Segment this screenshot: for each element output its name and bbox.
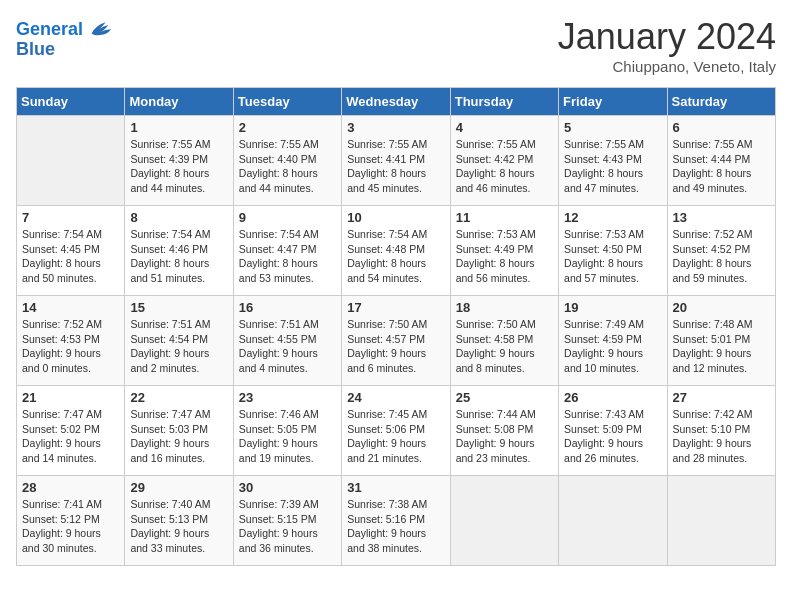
day-number: 19 bbox=[564, 300, 661, 315]
day-number: 28 bbox=[22, 480, 119, 495]
calendar-cell: 2Sunrise: 7:55 AMSunset: 4:40 PMDaylight… bbox=[233, 116, 341, 206]
day-number: 4 bbox=[456, 120, 553, 135]
day-info: Sunrise: 7:50 AMSunset: 4:57 PMDaylight:… bbox=[347, 317, 444, 376]
calendar-header-row: SundayMondayTuesdayWednesdayThursdayFrid… bbox=[17, 88, 776, 116]
day-info: Sunrise: 7:49 AMSunset: 4:59 PMDaylight:… bbox=[564, 317, 661, 376]
calendar-cell: 16Sunrise: 7:51 AMSunset: 4:55 PMDayligh… bbox=[233, 296, 341, 386]
day-number: 11 bbox=[456, 210, 553, 225]
calendar-cell: 12Sunrise: 7:53 AMSunset: 4:50 PMDayligh… bbox=[559, 206, 667, 296]
day-info: Sunrise: 7:55 AMSunset: 4:40 PMDaylight:… bbox=[239, 137, 336, 196]
day-number: 29 bbox=[130, 480, 227, 495]
calendar-cell bbox=[450, 476, 558, 566]
calendar-cell: 18Sunrise: 7:50 AMSunset: 4:58 PMDayligh… bbox=[450, 296, 558, 386]
day-number: 6 bbox=[673, 120, 770, 135]
day-info: Sunrise: 7:48 AMSunset: 5:01 PMDaylight:… bbox=[673, 317, 770, 376]
calendar-cell: 6Sunrise: 7:55 AMSunset: 4:44 PMDaylight… bbox=[667, 116, 775, 206]
column-header-sunday: Sunday bbox=[17, 88, 125, 116]
day-info: Sunrise: 7:39 AMSunset: 5:15 PMDaylight:… bbox=[239, 497, 336, 556]
calendar-cell bbox=[667, 476, 775, 566]
title-block: January 2024 Chiuppano, Veneto, Italy bbox=[558, 16, 776, 75]
calendar-cell: 14Sunrise: 7:52 AMSunset: 4:53 PMDayligh… bbox=[17, 296, 125, 386]
day-info: Sunrise: 7:38 AMSunset: 5:16 PMDaylight:… bbox=[347, 497, 444, 556]
month-title: January 2024 bbox=[558, 16, 776, 58]
day-info: Sunrise: 7:40 AMSunset: 5:13 PMDaylight:… bbox=[130, 497, 227, 556]
calendar-cell: 24Sunrise: 7:45 AMSunset: 5:06 PMDayligh… bbox=[342, 386, 450, 476]
calendar-week-row: 14Sunrise: 7:52 AMSunset: 4:53 PMDayligh… bbox=[17, 296, 776, 386]
calendar-cell: 17Sunrise: 7:50 AMSunset: 4:57 PMDayligh… bbox=[342, 296, 450, 386]
day-info: Sunrise: 7:50 AMSunset: 4:58 PMDaylight:… bbox=[456, 317, 553, 376]
day-info: Sunrise: 7:52 AMSunset: 4:52 PMDaylight:… bbox=[673, 227, 770, 286]
calendar-cell: 7Sunrise: 7:54 AMSunset: 4:45 PMDaylight… bbox=[17, 206, 125, 296]
calendar-cell: 15Sunrise: 7:51 AMSunset: 4:54 PMDayligh… bbox=[125, 296, 233, 386]
day-info: Sunrise: 7:54 AMSunset: 4:45 PMDaylight:… bbox=[22, 227, 119, 286]
calendar-cell: 1Sunrise: 7:55 AMSunset: 4:39 PMDaylight… bbox=[125, 116, 233, 206]
day-number: 21 bbox=[22, 390, 119, 405]
day-info: Sunrise: 7:54 AMSunset: 4:48 PMDaylight:… bbox=[347, 227, 444, 286]
day-info: Sunrise: 7:51 AMSunset: 4:54 PMDaylight:… bbox=[130, 317, 227, 376]
day-info: Sunrise: 7:51 AMSunset: 4:55 PMDaylight:… bbox=[239, 317, 336, 376]
logo-bird-icon bbox=[86, 16, 114, 44]
day-info: Sunrise: 7:55 AMSunset: 4:41 PMDaylight:… bbox=[347, 137, 444, 196]
calendar-cell: 13Sunrise: 7:52 AMSunset: 4:52 PMDayligh… bbox=[667, 206, 775, 296]
day-number: 26 bbox=[564, 390, 661, 405]
calendar-cell bbox=[559, 476, 667, 566]
day-info: Sunrise: 7:53 AMSunset: 4:49 PMDaylight:… bbox=[456, 227, 553, 286]
calendar-cell: 20Sunrise: 7:48 AMSunset: 5:01 PMDayligh… bbox=[667, 296, 775, 386]
logo-text: General bbox=[16, 20, 83, 40]
calendar-week-row: 1Sunrise: 7:55 AMSunset: 4:39 PMDaylight… bbox=[17, 116, 776, 206]
day-number: 24 bbox=[347, 390, 444, 405]
day-info: Sunrise: 7:44 AMSunset: 5:08 PMDaylight:… bbox=[456, 407, 553, 466]
day-number: 16 bbox=[239, 300, 336, 315]
day-number: 18 bbox=[456, 300, 553, 315]
calendar-week-row: 21Sunrise: 7:47 AMSunset: 5:02 PMDayligh… bbox=[17, 386, 776, 476]
day-info: Sunrise: 7:43 AMSunset: 5:09 PMDaylight:… bbox=[564, 407, 661, 466]
calendar-cell: 5Sunrise: 7:55 AMSunset: 4:43 PMDaylight… bbox=[559, 116, 667, 206]
day-info: Sunrise: 7:55 AMSunset: 4:43 PMDaylight:… bbox=[564, 137, 661, 196]
calendar-cell: 10Sunrise: 7:54 AMSunset: 4:48 PMDayligh… bbox=[342, 206, 450, 296]
calendar-cell: 31Sunrise: 7:38 AMSunset: 5:16 PMDayligh… bbox=[342, 476, 450, 566]
day-info: Sunrise: 7:54 AMSunset: 4:46 PMDaylight:… bbox=[130, 227, 227, 286]
day-info: Sunrise: 7:55 AMSunset: 4:44 PMDaylight:… bbox=[673, 137, 770, 196]
day-number: 25 bbox=[456, 390, 553, 405]
column-header-monday: Monday bbox=[125, 88, 233, 116]
day-info: Sunrise: 7:46 AMSunset: 5:05 PMDaylight:… bbox=[239, 407, 336, 466]
day-number: 3 bbox=[347, 120, 444, 135]
calendar-week-row: 7Sunrise: 7:54 AMSunset: 4:45 PMDaylight… bbox=[17, 206, 776, 296]
calendar-cell bbox=[17, 116, 125, 206]
column-header-wednesday: Wednesday bbox=[342, 88, 450, 116]
calendar-cell: 29Sunrise: 7:40 AMSunset: 5:13 PMDayligh… bbox=[125, 476, 233, 566]
day-number: 23 bbox=[239, 390, 336, 405]
calendar-cell: 3Sunrise: 7:55 AMSunset: 4:41 PMDaylight… bbox=[342, 116, 450, 206]
day-number: 14 bbox=[22, 300, 119, 315]
calendar-cell: 11Sunrise: 7:53 AMSunset: 4:49 PMDayligh… bbox=[450, 206, 558, 296]
day-number: 5 bbox=[564, 120, 661, 135]
day-number: 27 bbox=[673, 390, 770, 405]
day-number: 31 bbox=[347, 480, 444, 495]
column-header-friday: Friday bbox=[559, 88, 667, 116]
day-number: 30 bbox=[239, 480, 336, 495]
calendar-cell: 22Sunrise: 7:47 AMSunset: 5:03 PMDayligh… bbox=[125, 386, 233, 476]
day-number: 20 bbox=[673, 300, 770, 315]
location-subtitle: Chiuppano, Veneto, Italy bbox=[558, 58, 776, 75]
day-info: Sunrise: 7:47 AMSunset: 5:03 PMDaylight:… bbox=[130, 407, 227, 466]
day-info: Sunrise: 7:42 AMSunset: 5:10 PMDaylight:… bbox=[673, 407, 770, 466]
day-info: Sunrise: 7:41 AMSunset: 5:12 PMDaylight:… bbox=[22, 497, 119, 556]
day-number: 1 bbox=[130, 120, 227, 135]
day-info: Sunrise: 7:55 AMSunset: 4:42 PMDaylight:… bbox=[456, 137, 553, 196]
column-header-tuesday: Tuesday bbox=[233, 88, 341, 116]
day-number: 17 bbox=[347, 300, 444, 315]
calendar-week-row: 28Sunrise: 7:41 AMSunset: 5:12 PMDayligh… bbox=[17, 476, 776, 566]
day-info: Sunrise: 7:53 AMSunset: 4:50 PMDaylight:… bbox=[564, 227, 661, 286]
calendar-cell: 19Sunrise: 7:49 AMSunset: 4:59 PMDayligh… bbox=[559, 296, 667, 386]
day-number: 2 bbox=[239, 120, 336, 135]
calendar-table: SundayMondayTuesdayWednesdayThursdayFrid… bbox=[16, 87, 776, 566]
day-info: Sunrise: 7:55 AMSunset: 4:39 PMDaylight:… bbox=[130, 137, 227, 196]
column-header-thursday: Thursday bbox=[450, 88, 558, 116]
calendar-cell: 23Sunrise: 7:46 AMSunset: 5:05 PMDayligh… bbox=[233, 386, 341, 476]
day-number: 10 bbox=[347, 210, 444, 225]
calendar-cell: 21Sunrise: 7:47 AMSunset: 5:02 PMDayligh… bbox=[17, 386, 125, 476]
day-info: Sunrise: 7:45 AMSunset: 5:06 PMDaylight:… bbox=[347, 407, 444, 466]
calendar-cell: 4Sunrise: 7:55 AMSunset: 4:42 PMDaylight… bbox=[450, 116, 558, 206]
day-info: Sunrise: 7:47 AMSunset: 5:02 PMDaylight:… bbox=[22, 407, 119, 466]
calendar-cell: 28Sunrise: 7:41 AMSunset: 5:12 PMDayligh… bbox=[17, 476, 125, 566]
